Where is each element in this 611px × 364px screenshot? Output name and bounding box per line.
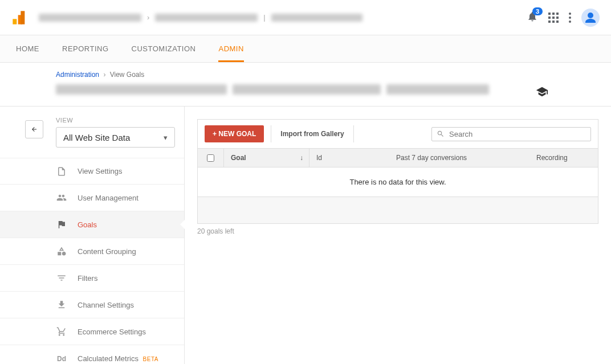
- sidebar-item-user-management[interactable]: User Management: [0, 185, 184, 211]
- sidebar-item-label: Content Grouping: [78, 247, 136, 256]
- goals-remaining: 20 goals left: [197, 227, 598, 235]
- sidebar-menu: View Settings User Management Goals Cont…: [0, 158, 184, 364]
- svg-rect-3: [21, 11, 25, 24]
- chevron-down-icon: ▾: [164, 133, 168, 142]
- breadcrumb: Administration › View Goals: [56, 71, 555, 79]
- main-tabs: HOME REPORTING CUSTOMIZATION ADMIN: [0, 35, 611, 63]
- empty-state: There is no data for this view.: [198, 167, 598, 197]
- view-select[interactable]: All Web Site Data ▾: [56, 127, 175, 148]
- main-content: VIEW All Web Site Data ▾ View Settings U…: [0, 107, 611, 364]
- sidebar-item-label: View Settings: [78, 167, 123, 175]
- more-menu-icon[interactable]: [569, 13, 571, 23]
- cart-icon: [56, 326, 67, 337]
- sidebar-item-channel-settings[interactable]: Channel Settings: [0, 292, 184, 318]
- breadcrumb-current: View Goals: [110, 71, 144, 79]
- sidebar: VIEW All Web Site Data ▾ View Settings U…: [0, 107, 185, 364]
- import-gallery-button[interactable]: Import from Gallery: [271, 125, 353, 142]
- top-header: › | 3: [0, 0, 611, 35]
- goals-panel: + NEW GOAL Import from Gallery Goal ↓ Id…: [197, 119, 598, 224]
- column-goal[interactable]: Goal ↓: [224, 149, 309, 167]
- content-panel: + NEW GOAL Import from Gallery Goal ↓ Id…: [185, 107, 611, 364]
- user-avatar[interactable]: [581, 9, 600, 27]
- sub-header: Administration › View Goals: [0, 63, 611, 107]
- column-recording[interactable]: Recording: [529, 154, 598, 162]
- new-goal-button[interactable]: + NEW GOAL: [205, 125, 264, 142]
- search-box[interactable]: [431, 127, 591, 141]
- notifications-button[interactable]: 3: [527, 11, 538, 24]
- sidebar-item-content-grouping[interactable]: Content Grouping: [0, 238, 184, 265]
- header-actions: 3: [527, 9, 600, 27]
- tab-admin[interactable]: ADMIN: [218, 35, 243, 62]
- sidebar-item-label: Goals: [78, 220, 97, 229]
- grouping-icon: [56, 246, 67, 257]
- sidebar-item-view-settings[interactable]: View Settings: [0, 158, 184, 185]
- sidebar-item-goals[interactable]: Goals: [0, 211, 184, 238]
- sidebar-item-label: Channel Settings: [78, 301, 134, 309]
- notification-badge: 3: [532, 7, 543, 15]
- sidebar-item-label: Filters: [78, 274, 97, 283]
- apps-menu-icon[interactable]: [548, 13, 559, 23]
- account-breadcrumb[interactable]: › |: [39, 13, 527, 22]
- sidebar-item-ecommerce-settings[interactable]: Ecommerce Settings: [0, 318, 184, 345]
- tab-reporting[interactable]: REPORTING: [62, 35, 109, 62]
- svg-point-4: [588, 13, 593, 18]
- filter-icon: [56, 272, 67, 284]
- users-icon: [56, 192, 67, 203]
- sidebar-item-filters[interactable]: Filters: [0, 265, 184, 292]
- sort-arrow-icon: ↓: [300, 154, 303, 162]
- sidebar-item-label: Ecommerce Settings: [78, 328, 146, 336]
- sidebar-item-label: User Management: [78, 194, 139, 202]
- sidebar-item-calculated-metrics[interactable]: Dd Calculated Metrics BETA: [0, 345, 184, 364]
- panel-footer: [198, 197, 598, 223]
- breadcrumb-administration[interactable]: Administration: [56, 71, 99, 79]
- back-button[interactable]: [25, 120, 43, 138]
- search-icon: [437, 130, 445, 138]
- column-conversions[interactable]: Past 7 day conversions: [389, 154, 529, 162]
- sidebar-item-label: Calculated Metrics BETA: [78, 354, 158, 363]
- column-id[interactable]: Id: [309, 154, 389, 162]
- document-icon: [56, 166, 67, 177]
- property-path: [56, 84, 555, 95]
- flag-icon: [56, 219, 67, 230]
- education-icon[interactable]: [536, 85, 548, 100]
- tab-customization[interactable]: CUSTOMIZATION: [132, 35, 196, 62]
- beta-badge: BETA: [143, 356, 158, 362]
- view-select-value: All Web Site Data: [63, 133, 130, 142]
- panel-toolbar: + NEW GOAL Import from Gallery: [198, 120, 598, 148]
- svg-rect-0: [13, 19, 17, 24]
- table-header: Goal ↓ Id Past 7 day conversions Recordi…: [198, 148, 598, 167]
- select-all-checkbox[interactable]: [198, 149, 224, 167]
- view-label: VIEW: [56, 117, 184, 124]
- channel-icon: [56, 299, 67, 310]
- search-input[interactable]: [449, 130, 586, 138]
- tab-home[interactable]: HOME: [16, 35, 39, 62]
- analytics-logo-icon[interactable]: [11, 10, 27, 26]
- metrics-icon: Dd: [56, 353, 67, 365]
